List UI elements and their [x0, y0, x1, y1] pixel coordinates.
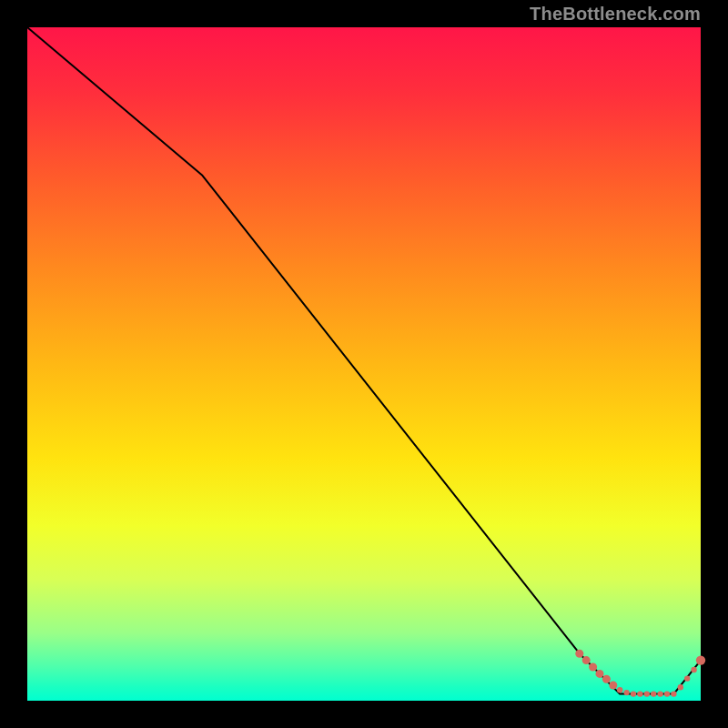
- tail-dot: [602, 675, 611, 683]
- tail-dot: [623, 690, 629, 695]
- tail-dot: [644, 691, 650, 696]
- tail-dot: [671, 691, 676, 696]
- chart-svg: [27, 27, 701, 701]
- curve-line: [27, 27, 701, 694]
- tail-dot: [651, 691, 656, 696]
- tail-dot: [609, 682, 617, 690]
- tail-dot: [664, 691, 670, 696]
- tail-dot: [596, 670, 604, 678]
- tail-dot: [684, 675, 690, 681]
- tail-dot: [582, 656, 591, 664]
- tail-dot: [657, 691, 662, 696]
- chart-stage: TheBottleneck.com: [0, 0, 728, 728]
- dotted-tail-group: [575, 650, 705, 697]
- tail-dot: [575, 650, 583, 658]
- tail-dot: [637, 691, 642, 696]
- tail-dot: [589, 663, 597, 672]
- tail-dot: [678, 684, 683, 690]
- tail-dot: [631, 691, 636, 696]
- watermark-label: TheBottleneck.com: [530, 4, 701, 25]
- tail-dot: [617, 687, 622, 693]
- tail-dot: [691, 667, 696, 672]
- plot-area: [27, 27, 701, 701]
- tail-dot: [696, 655, 705, 664]
